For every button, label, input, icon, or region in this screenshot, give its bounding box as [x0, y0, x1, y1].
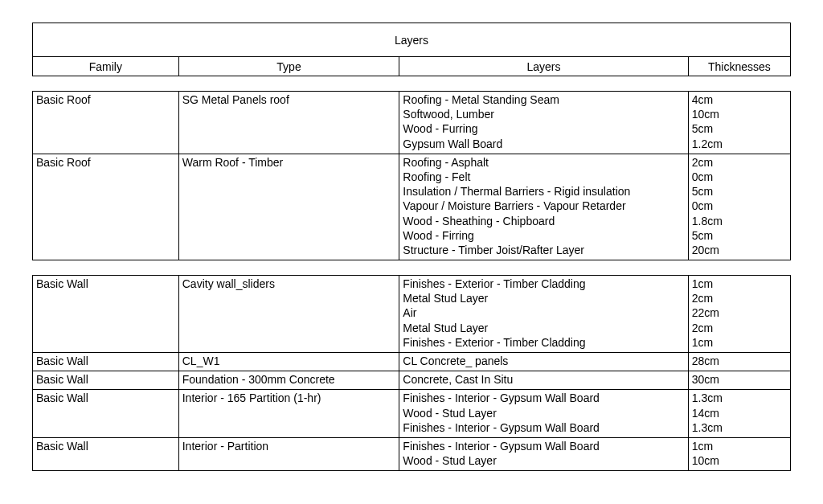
cell-layers: Finishes - Interior - Gypsum Wall Board …	[399, 437, 688, 470]
col-type: Type	[178, 57, 399, 76]
table-row: Basic Roof SG Metal Panels roof Roofing …	[33, 92, 791, 154]
table-row: Basic Wall CL_W1 CL Concrete_ panels 28c…	[33, 353, 791, 371]
cell-type: SG Metal Panels roof	[178, 92, 399, 154]
cell-thicknesses: 1.3cm 14cm 1.3cm	[688, 390, 790, 438]
cell-type: Foundation - 300mm Concrete	[178, 371, 399, 390]
schedule-title-row: Layers	[33, 23, 791, 57]
cell-thicknesses: 2cm 0cm 5cm 0cm 1.8cm 5cm 20cm	[688, 154, 790, 260]
cell-layers: Roofing - Asphalt Roofing - Felt Insulat…	[399, 154, 688, 260]
cell-layers: Concrete, Cast In Situ	[399, 371, 688, 390]
col-layers: Layers	[399, 57, 688, 76]
cell-family: Basic Wall	[33, 437, 179, 470]
cell-type: Warm Roof - Timber	[178, 154, 399, 260]
cell-type: Interior - 165 Partition (1-hr)	[178, 390, 399, 438]
wall-group: Basic Wall Cavity wall_sliders Finishes …	[32, 275, 791, 471]
cell-type: Interior - Partition	[178, 437, 399, 470]
cell-thicknesses: 1cm 2cm 22cm 2cm 1cm	[688, 276, 790, 353]
cell-family: Basic Wall	[33, 390, 179, 438]
cell-type: CL_W1	[178, 353, 399, 371]
table-row: Basic Wall Interior - 165 Partition (1-h…	[33, 390, 791, 438]
cell-layers: Finishes - Interior - Gypsum Wall Board …	[399, 390, 688, 438]
cell-family: Basic Wall	[33, 353, 179, 371]
cell-thicknesses: 1cm 10cm	[688, 437, 790, 470]
cell-family: Basic Roof	[33, 154, 179, 260]
table-row: Basic Wall Interior - Partition Finishes…	[33, 437, 791, 470]
schedule-header: Layers Family Type Layers Thicknesses	[32, 23, 791, 76]
table-row: Basic Roof Warm Roof - Timber Roofing - …	[33, 154, 791, 260]
table-row: Basic Wall Cavity wall_sliders Finishes …	[33, 276, 791, 353]
cell-thicknesses: 28cm	[688, 353, 790, 371]
cell-family: Basic Wall	[33, 276, 179, 353]
col-thicknesses: Thicknesses	[688, 57, 790, 76]
cell-layers: Finishes - Exterior - Timber Cladding Me…	[399, 276, 688, 353]
table-row: Basic Wall Foundation - 300mm Concrete C…	[33, 371, 791, 390]
roof-group: Basic Roof SG Metal Panels roof Roofing …	[32, 91, 791, 260]
cell-type: Cavity wall_sliders	[178, 276, 399, 353]
cell-layers: Roofing - Metal Standing Seam Softwood, …	[399, 92, 688, 154]
col-family: Family	[33, 57, 179, 76]
schedule-title: Layers	[33, 23, 791, 57]
column-header-row: Family Type Layers Thicknesses	[33, 57, 791, 76]
cell-family: Basic Wall	[33, 371, 179, 390]
cell-layers: CL Concrete_ panels	[399, 353, 688, 371]
cell-thicknesses: 30cm	[688, 371, 790, 390]
cell-thicknesses: 4cm 10cm 5cm 1.2cm	[688, 92, 790, 154]
cell-family: Basic Roof	[33, 92, 179, 154]
